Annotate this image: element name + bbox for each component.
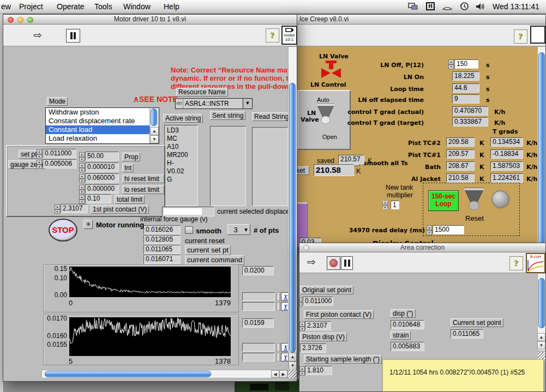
read-delay-value[interactable]: 1500 (433, 225, 464, 234)
motor-vertical-scrollbar[interactable]: ▲ ▼ (288, 46, 297, 370)
ice-title-bar[interactable]: Ice Creep v8.0.vi (292, 15, 545, 25)
mode-option-constant-load[interactable]: Constant load (46, 125, 149, 134)
gauge-zero-value[interactable]: 0.005006 (43, 159, 76, 168)
area-abort-button[interactable] (327, 256, 340, 270)
menu-time-machine-icon[interactable] (460, 2, 469, 13)
ice-vertical-scrollbar[interactable] (537, 46, 545, 248)
active-string-item[interactable]: A10 (167, 143, 197, 151)
motor-vi-icon[interactable]: motor 10:1 (281, 26, 297, 45)
set-pt-spinner[interactable]: ▲▼ (37, 149, 42, 159)
ln-valve-knob[interactable] (316, 103, 335, 128)
active-string-item[interactable]: MC (167, 135, 197, 143)
active-string-item[interactable]: LD3 (167, 126, 197, 135)
int-value[interactable]: 0.000010 (85, 162, 119, 172)
ln-off-value[interactable]: 150 (454, 59, 478, 69)
contact-value[interactable]: 2.3107 (61, 204, 88, 213)
motor-scroll-right-icon[interactable]: ▶ (279, 370, 287, 378)
active-string-item[interactable]: G (167, 176, 197, 184)
motor-horizontal-scroll-thumb[interactable] (45, 371, 211, 377)
loop-toggle-button[interactable]: 150-sec Loop (428, 190, 459, 211)
area-run-button[interactable]: ⇨ (307, 257, 316, 267)
resource-combo[interactable]: I/O ASRL4::INSTR ▼ (175, 98, 253, 109)
menu-displays-icon[interactable] (408, 2, 418, 13)
total-limit-value[interactable]: 0.10 (85, 194, 111, 203)
total-limit-spinner[interactable]: ▲▼ (79, 195, 85, 204)
area-title-bar[interactable]: Area correction (299, 243, 545, 252)
pts-dropdown-arrow-icon[interactable]: ▼ (243, 227, 250, 233)
graph-bottom-y-grip[interactable] (276, 353, 280, 361)
menu-wifi-fan-icon[interactable] (442, 2, 453, 13)
graph-bottom-x-grip[interactable] (276, 343, 280, 352)
gauge-zero-spinner[interactable]: ▲▼ (37, 160, 42, 169)
run-button[interactable]: ⇨ (33, 30, 42, 40)
mode-listbox[interactable]: Withdraw piston Constant displacement ra… (45, 107, 159, 144)
sample-length-spinner[interactable]: ▲▼ (299, 366, 305, 376)
hi-reset-value[interactable]: 0.060000 (85, 173, 119, 183)
mode-scroll-down-icon[interactable]: ▼ (150, 135, 159, 143)
active-string-list[interactable]: LD3 MC A10 MR200 H- V0.02 G (164, 125, 198, 206)
area-help-button[interactable]: ? (509, 256, 523, 270)
graph-top-x-grip[interactable] (276, 292, 280, 301)
area-scroll-up-icon[interactable]: ▲ (537, 333, 545, 341)
area-close-button[interactable] (303, 245, 309, 251)
motor-scroll-down-icon[interactable]: ▼ (289, 361, 297, 370)
menu-item-tools[interactable]: Tools (94, 2, 112, 11)
menu-item-view[interactable]: ew (1, 2, 11, 11)
area-correction-window[interactable]: Area correction ⇨ ? A corr Original set … (299, 243, 546, 392)
pause-button[interactable] (66, 29, 80, 43)
mode-option-constant-rate[interactable]: Constant displacement rate (46, 117, 149, 125)
smooth-checkbox[interactable] (185, 226, 193, 234)
first-contact-spinner[interactable]: ▲▼ (299, 322, 305, 331)
prop-spinner[interactable]: ▲▼ (79, 152, 85, 161)
motor-title-bar[interactable]: Motor driver 10 to 1 v8.vi (3, 15, 297, 25)
ln-off-spinner[interactable]: ▲▼ (448, 59, 454, 69)
mode-scroll-up-icon[interactable]: ▲ (150, 127, 159, 135)
menu-volume-icon[interactable] (476, 2, 486, 13)
ice-vertical-scroll-thumb[interactable] (538, 52, 545, 244)
graph-top-y-grip[interactable] (276, 302, 280, 311)
mode-list-scrollbar[interactable]: ▲ ▼ (149, 108, 159, 143)
first-contact-value[interactable]: 2.3107 (305, 321, 331, 330)
prop-value[interactable]: 50.00 (85, 152, 119, 161)
area-vertical-scroll-thumb[interactable] (538, 278, 545, 328)
zoom-button[interactable] (27, 17, 33, 23)
motor-scroll-up-icon[interactable]: ▲ (289, 353, 297, 361)
read-delay-spinner[interactable]: ▲▼ (427, 225, 432, 235)
loop-led[interactable] (491, 190, 509, 208)
original-setpoint-value[interactable]: 0.011000 (303, 297, 333, 306)
lo-reset-value[interactable]: 0.000000 (85, 184, 119, 194)
reset-knob[interactable] (462, 186, 486, 214)
menu-h-box-icon[interactable]: H (426, 2, 435, 10)
contact-spinner[interactable]: ▲▼ (55, 204, 60, 214)
lo-reset-spinner[interactable]: ▲▼ (79, 185, 85, 194)
hi-reset-spinner[interactable]: ▲▼ (79, 174, 85, 183)
ice-vi-icon[interactable] (530, 26, 545, 44)
motor-horizontal-scrollbar[interactable]: ◀ ▶ (41, 370, 288, 378)
minimize-button[interactable] (17, 17, 23, 23)
int-spinner[interactable]: ▲▼ (79, 163, 85, 172)
graph-bottom-y-scale-field[interactable] (242, 353, 275, 361)
new-tank-spinner[interactable]: ▲▼ (382, 200, 388, 210)
graph-top-y-scale-field[interactable] (242, 302, 275, 311)
motor-resize-grip[interactable] (288, 370, 297, 378)
motor-running-indicator[interactable]: ✳ (83, 220, 93, 229)
pts-dropdown[interactable]: 3 ▼ (227, 224, 250, 235)
motor-vertical-scroll-thumb[interactable] (289, 83, 296, 353)
active-string-item[interactable]: H- (167, 159, 197, 167)
area-pause-button[interactable] (341, 256, 353, 270)
menu-item-project[interactable]: Project (19, 2, 43, 11)
motor-help-button[interactable]: ? (266, 28, 279, 43)
menu-clock[interactable]: Wed 13:11:41 (493, 2, 539, 11)
new-tank-value[interactable]: 1 (391, 201, 399, 209)
sample-length-value[interactable]: 1.810 (305, 366, 332, 375)
original-setpoint-spinner[interactable]: ▲▼ (299, 297, 302, 306)
resource-dropdown-arrow-icon[interactable]: ▼ (243, 99, 252, 108)
area-scroll-down-icon[interactable]: ▼ (537, 341, 545, 349)
motor-scroll-left-icon[interactable]: ◀ (271, 370, 279, 378)
menu-item-help[interactable]: Help (164, 2, 179, 11)
active-string-item[interactable]: V0.02 (167, 167, 197, 176)
mode-option-load-relaxation[interactable]: Load relaxation (46, 134, 149, 143)
set-pt-value[interactable]: 0.011000 (43, 149, 76, 158)
area-vi-icon[interactable]: A corr (526, 253, 545, 273)
menu-item-operate[interactable]: Operate (57, 2, 85, 11)
